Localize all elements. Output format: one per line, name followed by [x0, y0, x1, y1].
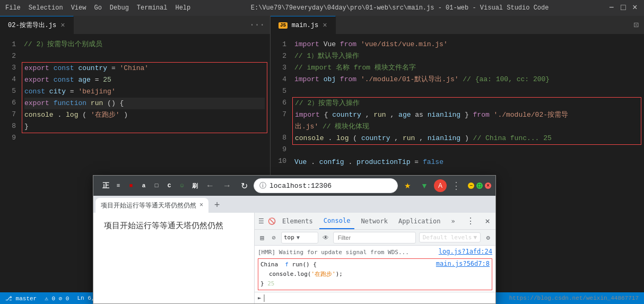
right-code-line-9	[294, 145, 641, 157]
devtools-close-icon[interactable]: ×	[482, 216, 493, 226]
devtools-options-icon[interactable]: ⋮	[463, 216, 478, 226]
status-branch[interactable]: ⎇ master	[5, 295, 37, 302]
right-code-line-5	[294, 85, 641, 97]
menu-selection[interactable]: Selection	[29, 4, 63, 12]
left-code-content[interactable]: // 2）按需导出个别成员 export const country	[21, 34, 270, 196]
devtools-console-toolbar: ▤ ⊘ top ▼ 👁 Default levels ▼ ⚙	[255, 230, 495, 246]
address-bar[interactable]: ⓘ localhost:12306	[254, 178, 398, 193]
right-code-line-4: import obj from './module/01-默认导出.js' //…	[294, 74, 641, 85]
right-code-content[interactable]: import Vue from 'vue/dist/vue.min.js' //…	[292, 34, 644, 196]
code-line-3: export const country = 'China'	[24, 63, 265, 74]
menu-terminal[interactable]: Terminal	[137, 4, 168, 12]
browser-maximize[interactable]: □	[476, 183, 483, 189]
dt-dock-icon[interactable]: ☰	[257, 217, 265, 225]
right-tab-close[interactable]: ×	[323, 21, 327, 30]
menu-view[interactable]: View	[71, 4, 86, 12]
console-link-1[interactable]: log.js?1afd:24	[439, 248, 492, 255]
left-line-numbers: 1 2 3 4 5 6 7 8 9	[0, 34, 21, 196]
browser-tab-item-0[interactable]: 项目开始运行等等通天塔仍然仍然 ×	[95, 198, 208, 213]
console-link-2[interactable]: main.js?56d7:8	[436, 260, 490, 267]
code-line-6: export function run () {	[24, 98, 265, 109]
right-code-line-8: console . log ( country , run , nianling…	[295, 133, 639, 144]
devtools-toolbar: ☰ 🚫 Elements Console Network Application…	[255, 213, 495, 230]
left-tab-close[interactable]: ×	[60, 21, 65, 30]
code-line-9	[24, 133, 267, 145]
ext-icon-8[interactable]: 刷	[189, 180, 201, 192]
status-errors[interactable]: ⚠ 0 ⊘ 0	[45, 295, 69, 302]
devtools-tab-more[interactable]: »	[447, 213, 459, 229]
tab-more-icon[interactable]: ···	[244, 20, 270, 30]
refresh-button[interactable]: ↻	[237, 178, 251, 193]
code-line-1: // 2）按需导出个别成员	[24, 39, 267, 50]
cursor	[264, 294, 265, 302]
left-editor-panel: 02-按需导出.js × ··· 1 2 3 4 5 6 7 8 9 // 2）…	[0, 16, 271, 196]
menu-debug[interactable]: Debug	[110, 4, 129, 12]
window-title: E:\Vue79\79everyday\04day\pro\01-web\src…	[251, 4, 549, 12]
code-line-7: console . log ( '在跑步' )	[24, 109, 265, 121]
context-dropdown-icon[interactable]: ▼	[297, 234, 300, 240]
browser-content: 项目开始运行等等通天塔仍然仍然 ☰ 🚫 Elements Console Net…	[93, 213, 495, 303]
minimize-button[interactable]: −	[609, 5, 615, 11]
ext-icon-7[interactable]: ☺	[176, 180, 188, 192]
code-line-4: export const age = 25	[24, 74, 265, 86]
devtools-tab-network[interactable]: Network	[356, 213, 392, 229]
back-button[interactable]: ←	[203, 178, 217, 193]
browser-window: 正 ≡ ■ a □ C ☺ 刷 ← → ↻ ⓘ localhost:12306 …	[93, 175, 496, 304]
right-code-area: 1 2 3 4 5 6 7 8 9 10 import Vue from	[271, 34, 644, 196]
code-line-2	[24, 50, 267, 62]
console-eye-icon[interactable]: 👁	[321, 233, 330, 242]
console-input-line: ►	[255, 292, 495, 303]
maximize-button[interactable]: □	[621, 5, 627, 11]
console-output: [HMR] Waiting for update signal from WDS…	[255, 246, 495, 292]
devtools-tab-console[interactable]: Console	[319, 213, 355, 229]
code-line-5: const city = 'beijing'	[24, 86, 265, 98]
console-clear-icon[interactable]: ⊘	[269, 233, 278, 242]
console-settings-icon[interactable]: ⚙	[484, 233, 492, 242]
devtools-tab-application[interactable]: Application	[394, 213, 445, 229]
left-tab-bar: 02-按需导出.js × ···	[0, 16, 270, 34]
browser-close[interactable]: ×	[485, 183, 491, 189]
browser-win-controls: − □ ×	[468, 183, 491, 189]
right-tab-collapse-icon[interactable]: ⊡	[628, 20, 644, 30]
ext-icon-1[interactable]: 正	[100, 180, 111, 192]
right-editor-panel: JS main.js × ⊡ 1 2 3 4 5 6 7 8 9 10	[271, 16, 644, 196]
ext-icon-6[interactable]: C	[163, 180, 175, 192]
ext-icon-3[interactable]: ■	[125, 180, 137, 192]
console-hmr-line: [HMR] Waiting for update signal from WDS…	[258, 248, 409, 257]
ext-icon-4[interactable]: a	[138, 180, 150, 192]
menu-go[interactable]: Go	[94, 4, 101, 12]
settings-button[interactable]: ⋮	[449, 178, 464, 193]
console-filter-input[interactable]	[336, 234, 413, 241]
title-bar: File Selection View Go Debug Terminal He…	[0, 0, 644, 16]
default-levels-dropdown[interactable]: Default levels ▼	[419, 232, 481, 242]
profile-button[interactable]: A	[434, 179, 447, 192]
browser-minimize[interactable]: −	[468, 183, 474, 189]
url-text[interactable]: localhost:12306	[269, 182, 392, 190]
menu-file[interactable]: File	[5, 4, 21, 12]
right-code-line-10: Vue . config . productionTip = false	[294, 157, 641, 168]
right-tab-active[interactable]: JS main.js ×	[271, 16, 336, 34]
dt-clear-icon[interactable]: 🚫	[267, 217, 276, 225]
forward-button[interactable]: →	[220, 178, 234, 193]
action-btn-1[interactable]: ▼	[417, 178, 432, 193]
lock-icon: ⓘ	[259, 181, 266, 190]
left-tab-label: 02-按需导出.js	[8, 21, 56, 30]
devtools-tab-elements[interactable]: Elements	[278, 213, 317, 229]
right-tab-label: main.js	[292, 22, 318, 29]
left-tab-active[interactable]: 02-按需导出.js ×	[0, 16, 74, 34]
menu-help[interactable]: Help	[175, 4, 190, 12]
browser-page: 项目开始运行等等通天塔仍然仍然	[93, 213, 254, 303]
ext-icon-2[interactable]: ≡	[112, 180, 124, 192]
watermark: https://blog.csdn.net/weixin_44867717	[509, 295, 639, 301]
bookmark-button[interactable]: ★	[400, 178, 415, 193]
right-line-numbers: 1 2 3 4 5 6 7 8 9 10	[271, 34, 292, 196]
console-sidebar-icon[interactable]: ▤	[258, 233, 266, 242]
context-selector[interactable]: top	[284, 234, 294, 241]
right-tab-bar: JS main.js × ⊡	[271, 16, 644, 34]
new-tab-button[interactable]: +	[210, 198, 224, 213]
close-button[interactable]: ×	[632, 5, 639, 11]
console-prompt-icon: ►	[258, 294, 262, 301]
browser-tab-close-0[interactable]: ×	[199, 202, 203, 209]
browser-tab-label-0: 项目开始运行等等通天塔仍然仍然	[101, 201, 196, 210]
ext-icon-5[interactable]: □	[151, 180, 162, 192]
